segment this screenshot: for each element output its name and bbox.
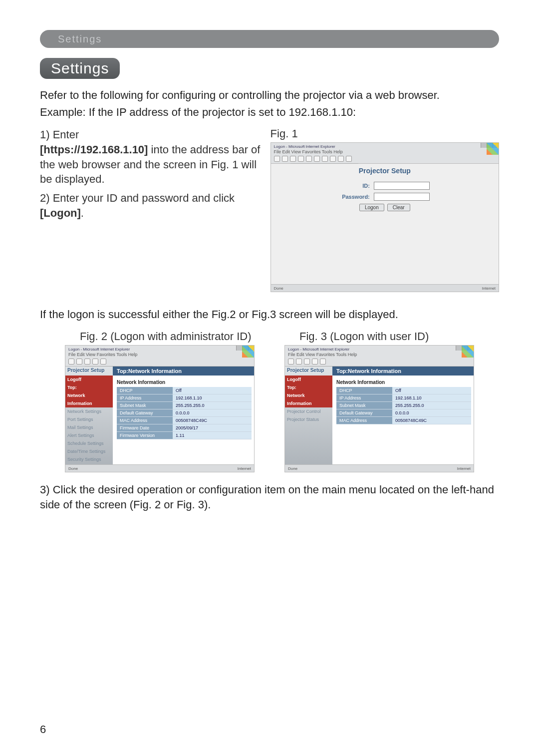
fig2-top-bar: Top:Network Information <box>113 367 254 376</box>
table-key: IP Address <box>336 394 392 402</box>
sidebar-item[interactable]: Logoff <box>285 376 332 383</box>
forward-icon[interactable] <box>282 156 288 162</box>
fig2-content: Projector Setup LogoffTop:NetworkInforma… <box>65 367 254 465</box>
ie-logo-icon <box>487 143 499 155</box>
sidebar-item[interactable]: Information <box>285 399 332 407</box>
ie-logo-icon <box>242 346 254 358</box>
table-row: Firmware Date2005/09/17 <box>117 424 252 432</box>
fig2-screenshot: Logon - Microsoft Internet Explorer File… <box>65 345 255 472</box>
browser-chrome: Logon - Microsoft Internet Explorer File… <box>271 143 499 164</box>
table-value: 1.11 <box>173 432 252 439</box>
header-tab: Settings <box>40 30 499 48</box>
table-key: Default Gateway <box>336 409 392 417</box>
step-2-suffix: . <box>81 207 84 219</box>
stop-icon[interactable] <box>304 359 310 365</box>
history-icon[interactable] <box>330 156 336 162</box>
fig2-info-table: DHCPOffIP Address192.168.1.10Subnet Mask… <box>117 387 252 439</box>
fig2-status-bar: Done Internet <box>65 464 254 472</box>
sidebar-item[interactable]: Port Settings <box>65 415 113 423</box>
table-value: 00508748C49C <box>173 417 252 424</box>
table-value: 255.255.255.0 <box>173 402 252 409</box>
step-1: 1) Enter [https://192.168.1.10] into the… <box>40 127 261 187</box>
sidebar-item[interactable]: Top: <box>285 383 332 391</box>
table-row: DHCPOff <box>117 387 252 394</box>
favorites-icon[interactable] <box>322 156 328 162</box>
password-label: Password: <box>335 194 370 200</box>
refresh-icon[interactable] <box>92 359 98 365</box>
sidebar-title: Projector Setup <box>287 368 332 373</box>
browser-menus: File Edit View Favorites Tools Help <box>68 352 251 357</box>
refresh-icon[interactable] <box>312 359 318 365</box>
sidebar-item[interactable]: Schedule Settings <box>65 439 113 447</box>
sidebar-item[interactable]: Top: <box>65 383 113 391</box>
fig3-screenshot: Logon - Microsoft Internet Explorer File… <box>284 345 474 472</box>
fig2-netinfo-title: Network Information <box>113 376 254 387</box>
sidebar-title: Projector Setup <box>67 368 113 373</box>
status-left: Done <box>288 466 297 471</box>
fig1-status-bar: Done Internet <box>271 284 499 292</box>
id-field[interactable] <box>374 182 430 190</box>
table-row: DHCPOff <box>336 387 471 394</box>
steps-column: 1) Enter [https://192.168.1.10] into the… <box>40 127 261 292</box>
sidebar-item[interactable]: Mail Settings <box>65 423 113 431</box>
projector-setup-title: Projector Setup <box>271 167 499 175</box>
intro-paragraph-2: Example: If the IP address of the projec… <box>40 105 499 120</box>
fig1-label: Fig. 1 <box>270 127 499 140</box>
sidebar-item[interactable]: Date/Time Settings <box>65 447 113 455</box>
fig2-wrap: Fig. 2 (Logon with administrator ID) Log… <box>65 330 255 472</box>
sidebar-item[interactable]: Security Settings <box>65 455 113 463</box>
sidebar-item[interactable]: Network Settings <box>65 407 113 415</box>
sidebar-item[interactable]: Alert Settings <box>65 431 113 439</box>
sidebar-item[interactable]: Projector Status <box>285 415 332 423</box>
forward-icon[interactable] <box>296 359 302 365</box>
browser-title: Logon - Microsoft Internet Explorer <box>274 144 496 149</box>
home-icon[interactable] <box>320 359 326 365</box>
clear-button[interactable]: Clear <box>387 204 410 211</box>
stop-icon[interactable] <box>84 359 90 365</box>
home-icon[interactable] <box>100 359 106 365</box>
table-key: DHCP <box>336 387 392 394</box>
step-2: 2) Enter your ID and password and click … <box>40 191 261 220</box>
search-icon[interactable] <box>314 156 320 162</box>
step-1-bold: [https://192.168.1.10] <box>40 143 148 156</box>
mail-icon[interactable] <box>338 156 344 162</box>
table-row: MAC Address00508748C49C <box>117 417 252 424</box>
logon-button[interactable]: Logon <box>359 204 384 211</box>
fig3-content: Projector Setup LogoffTop:NetworkInforma… <box>285 367 474 465</box>
sidebar-item[interactable]: Network <box>285 391 332 399</box>
fig3-info-table: DHCPOffIP Address192.168.1.10Subnet Mask… <box>336 387 471 424</box>
status-right: Internet <box>482 286 496 291</box>
back-icon[interactable] <box>274 156 280 162</box>
fig2-main: Top:Network Information Network Informat… <box>113 367 254 465</box>
table-value: 192.168.1.10 <box>173 394 252 402</box>
table-row: Default Gateway0.0.0.0 <box>336 409 471 417</box>
table-row: Default Gateway0.0.0.0 <box>117 409 252 417</box>
step-1-prefix: 1) Enter <box>40 128 79 141</box>
print-icon[interactable] <box>346 156 352 162</box>
refresh-icon[interactable] <box>298 156 304 162</box>
sidebar-item[interactable]: Information <box>65 399 113 407</box>
home-icon[interactable] <box>306 156 312 162</box>
status-left: Done <box>274 286 283 291</box>
back-icon[interactable] <box>68 359 74 365</box>
browser-title: Logon - Microsoft Internet Explorer <box>288 347 471 352</box>
table-value: 2005/09/17 <box>173 424 252 432</box>
back-icon[interactable] <box>288 359 294 365</box>
table-row: MAC Address00508748C49C <box>336 417 471 424</box>
fig3-netinfo-title: Network Information <box>332 376 474 387</box>
fig3-main: Top:Network Information Network Informat… <box>332 367 474 465</box>
stop-icon[interactable] <box>290 156 296 162</box>
status-right: Internet <box>238 466 251 471</box>
mid-paragraph: If the logon is successful either the Fi… <box>40 307 499 322</box>
password-field[interactable] <box>374 193 430 201</box>
fig3-wrap: Fig. 3 (Logon with user ID) Logon - Micr… <box>284 330 474 472</box>
table-value: 192.168.1.10 <box>392 394 471 402</box>
table-key: Firmware Version <box>117 432 173 439</box>
sidebar-item[interactable]: Logoff <box>65 376 113 383</box>
table-value: 255.255.255.0 <box>392 402 471 409</box>
forward-icon[interactable] <box>76 359 82 365</box>
sidebar-item[interactable]: Projector Control <box>285 407 332 415</box>
table-row: IP Address192.168.1.10 <box>117 394 252 402</box>
table-row: IP Address192.168.1.10 <box>336 394 471 402</box>
sidebar-item[interactable]: Network <box>65 391 113 399</box>
